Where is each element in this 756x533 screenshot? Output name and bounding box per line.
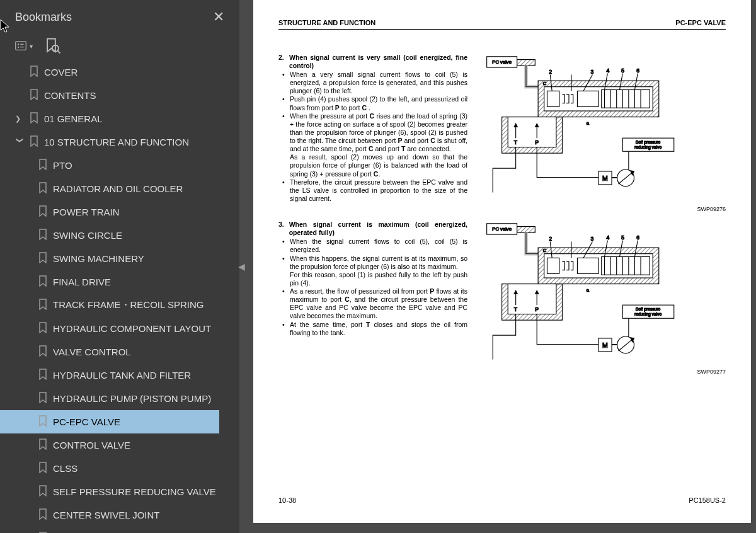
svg-text:P: P [535,139,539,146]
svg-text:4: 4 [606,234,609,241]
bookmark-item[interactable]: SELF PRESSURE REDUCING VALVE [0,480,237,503]
svg-text:C: C [543,248,547,253]
svg-rect-59 [602,257,650,275]
bookmark-label: PC-EPC VALVE [53,416,120,427]
bookmark-label: HYDRAULIC PUMP (PISTON PUMP) [53,393,211,404]
figure-label: SWP09276 [697,206,726,213]
section-3: 3.When signal current is maximum (coil e… [278,221,726,365]
svg-rect-14 [577,91,598,106]
document-viewport[interactable]: STRUCTURE AND FUNCTION PC-EPC VALVE 2.Wh… [248,0,756,533]
bookmark-label: SWING CIRCLE [53,230,122,241]
bookmark-item[interactable]: PTO [0,154,237,177]
svg-text:a: a [587,120,590,126]
svg-text:3: 3 [591,68,594,74]
bookmark-label: COVER [44,67,77,77]
bookmark-item[interactable]: HYDRAULIC PUMP (PISTON PUMP) [0,387,237,410]
svg-text:2: 2 [549,236,552,242]
page-number: 10-38 [278,496,296,505]
expand-icon[interactable]: ❯ [15,115,24,123]
bookmark-item[interactable]: CLSS [0,457,237,480]
bookmark-icon [38,299,48,312]
collapse-panel-icon[interactable]: ◀ [238,261,245,272]
bookmark-label: SELF PRESSURE REDUCING VALVE [53,486,216,497]
svg-text:P: P [535,306,539,312]
svg-text:M: M [602,341,608,349]
svg-rect-54 [517,227,536,233]
bookmark-icon [29,89,39,102]
bookmark-item[interactable]: HYDRAULIC COMPONENT LAYOUT [0,317,237,340]
bookmark-item[interactable]: TRACK FRAME・RECOIL SPRING [0,294,237,317]
svg-text:reducing valve: reducing valve [634,312,662,317]
section-title: When signal current is very small (coil … [289,54,467,70]
bullet-item: When a very small signal current flows t… [290,71,467,95]
section-2: 2.When signal current is very small (coi… [278,54,726,203]
bookmark-item[interactable]: VALVE CONTROL [0,340,237,364]
pdf-page: STRUCTURE AND FUNCTION PC-EPC VALVE 2.Wh… [253,0,751,523]
figure-label: SWP09277 [697,369,726,375]
svg-text:PC valve: PC valve [492,226,512,232]
bookmark-item[interactable]: CONTENTS [0,84,237,107]
bookmark-item[interactable]: FINAL DRIVE [0,270,237,294]
page-header: STRUCTURE AND FUNCTION PC-EPC VALVE [278,19,726,30]
bookmark-icon [38,392,48,405]
options-icon[interactable]: ▾ [15,39,33,53]
expand-icon[interactable]: ❯ [16,137,24,146]
bookmark-icon [38,508,48,522]
header-right: PC-EPC VALVE [675,19,726,28]
svg-text:3: 3 [591,236,594,242]
svg-text:4: 4 [606,67,609,73]
bookmark-item[interactable]: COVER [0,60,237,84]
svg-text:T: T [514,306,518,312]
svg-rect-15 [602,89,650,108]
svg-text:Self pressure: Self pressure [636,140,661,145]
bookmark-item[interactable]: RADIATOR AND OIL COOLER [0,177,237,200]
svg-text:M: M [602,175,608,182]
sidebar-header: Bookmarks ✕ [0,0,239,34]
page-footer: 10-38 PC158US-2 [278,496,726,505]
diagram-2: PC valve 2 C 3 4 5 6 T P a Self pressure… [476,221,690,365]
bookmark-icon [38,369,48,382]
bookmark-label: SWING MACHINERY [53,253,144,264]
bookmark-item[interactable]: POWER TRAIN [0,200,237,224]
bookmarks-tree[interactable]: COVERCONTENTS❯01 GENERAL❯10 STRUCTURE AN… [0,60,239,533]
find-bookmark-icon[interactable] [44,39,62,53]
bookmark-icon [38,415,48,428]
section-num: 2. [278,54,285,70]
bookmark-item[interactable]: PC-EPC VALVE [0,410,219,433]
bookmark-label: PTO [53,160,72,171]
bookmark-icon [29,112,39,125]
bookmark-item[interactable]: HYDRAULIC TANK AND FILTER [0,364,237,387]
bookmark-icon [38,322,48,335]
bookmark-icon [38,252,48,265]
bookmark-item[interactable]: CONTROL VALVE [0,433,237,457]
bookmark-label: POWER TRAIN [53,207,120,217]
bookmark-label: CONTENTS [44,90,96,101]
section-2-bullets: When a very small signal current flows t… [278,71,467,203]
bookmark-icon [38,159,48,172]
bookmark-label: 10 STRUCTURE AND FUNCTION [44,137,189,147]
bookmark-icon [38,275,48,289]
section-title: When signal current is maximum (coil ene… [289,221,467,237]
bookmark-icon [38,229,48,242]
bookmark-item[interactable]: ❯01 GENERAL [0,107,237,130]
bookmark-label: VALVE CONTROL [53,347,131,357]
bullet-item: Therefore, the circuit pressure between … [290,178,467,203]
bookmark-label: 01 GENERAL [44,113,103,124]
svg-point-3 [18,46,19,47]
bookmark-icon [29,66,39,79]
bookmark-item[interactable]: ❯10 STRUCTURE AND FUNCTION [0,130,237,154]
bookmark-item[interactable]: TRAVEL MOTOR [0,527,237,533]
panel-gutter: ◀ [239,0,248,533]
bookmarks-panel: Bookmarks ✕ ▾ COVERCONTENTS❯01 GENERAL❯1… [0,0,239,533]
bullet-item: When this happens, the signal current is… [290,255,467,288]
bullet-item: As a resurt, the flow of pessurized oil … [290,287,467,321]
bookmark-label: TRACK FRAME・RECOIL SPRING [53,299,203,311]
close-icon[interactable]: ✕ [208,6,229,28]
svg-text:reducing valve: reducing valve [634,145,662,150]
bookmark-item[interactable]: SWING CIRCLE [0,224,237,247]
svg-text:PC valve: PC valve [492,59,512,65]
bookmark-item[interactable]: CENTER SWIVEL JOINT [0,503,237,527]
bookmark-icon [29,135,39,149]
bookmark-item[interactable]: SWING MACHINERY [0,247,237,270]
svg-text:Self pressure: Self pressure [636,307,661,312]
